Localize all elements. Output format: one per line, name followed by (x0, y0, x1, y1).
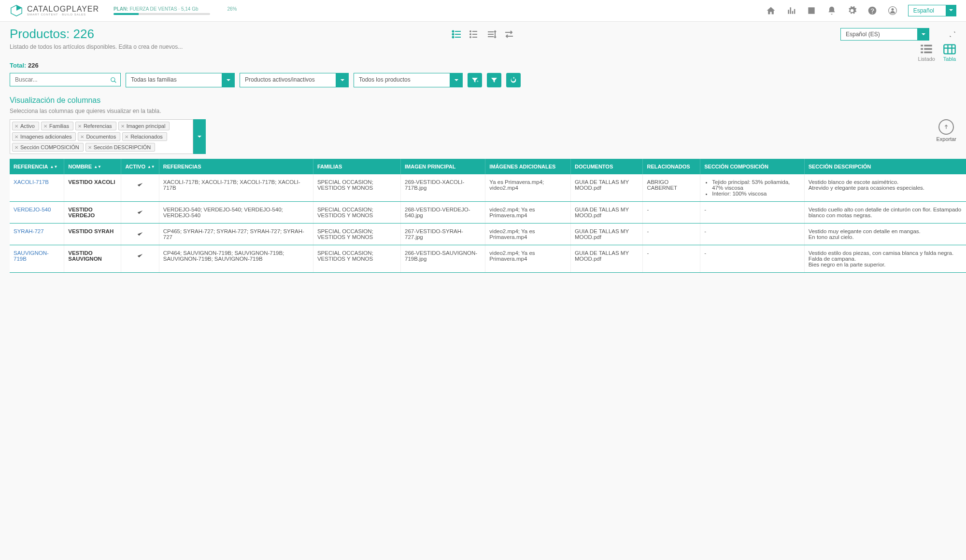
view-toggle-list-label: Listado (918, 56, 935, 62)
language-select-top[interactable]: Español (908, 5, 956, 16)
table-header-cell[interactable]: REFERENCIAS (159, 159, 313, 174)
gear-icon[interactable] (847, 6, 857, 15)
list-large-icon[interactable] (451, 28, 463, 40)
view-toggle-table[interactable]: Tabla (943, 43, 956, 62)
list-small-icon[interactable] (469, 28, 480, 40)
filter-add-button[interactable]: + (468, 73, 482, 87)
search-input[interactable] (10, 73, 121, 86)
table-header-cell[interactable]: REFERENCIA▲▼ (10, 159, 64, 174)
reference-link[interactable]: SYRAH-727 (14, 228, 44, 234)
table-header-cell[interactable]: SECCIÓN DESCRIPCIÓN (804, 159, 966, 174)
image-icon[interactable] (807, 6, 816, 15)
language-dropdown-btn[interactable] (946, 5, 956, 16)
table-header-cell[interactable]: FAMILIAS (313, 159, 400, 174)
check-icon (136, 252, 144, 260)
language-select-page[interactable]: Español (ES) (840, 28, 929, 41)
table-header-cell[interactable]: IMÁGENES ADICIONALES (485, 159, 571, 174)
svg-point-15 (470, 34, 471, 35)
view-toggle-list[interactable]: Listado (918, 43, 935, 62)
table-row: VERDEJO-540VESTIDO VERDEJOVERDEJO-540; V… (10, 202, 966, 224)
table-cell-active (121, 245, 159, 273)
families-dropdown-label: Todas las familias (126, 73, 222, 87)
home-icon[interactable] (766, 6, 776, 15)
collapse-icon[interactable] (949, 30, 956, 38)
tag-remove-icon[interactable]: ✕ (125, 134, 128, 140)
logo[interactable]: CATALOGPLAYER SMART CONTENT · BUILD SALE… (10, 4, 99, 17)
reference-link[interactable]: SAUVIGNON-719B (14, 250, 49, 262)
tag-remove-icon[interactable]: ✕ (14, 145, 18, 150)
table-header-cell[interactable]: RELACIONADOS (643, 159, 700, 174)
filter-button[interactable] (487, 73, 501, 87)
products-table-wrap: REFERENCIA▲▼NOMBRE▲▼ACTIVO▲▼REFERENCIASF… (10, 159, 966, 273)
table-cell: CP464; SAUVIGNON-719B; SAUVIGNON-719B; S… (159, 245, 313, 273)
page-title-prefix: Productos: (10, 27, 70, 41)
products-dropdown[interactable]: Todos los productos (354, 73, 463, 87)
table-header-cell[interactable]: SECCIÓN COMPOSICIÓN (700, 159, 804, 174)
search-icon (110, 77, 117, 84)
table-header-cell[interactable]: ACTIVO▲▼ (121, 159, 159, 174)
user-icon[interactable] (888, 6, 897, 15)
view-mode-icons (451, 28, 515, 40)
help-icon[interactable] (867, 6, 877, 15)
tag-label: Activo (20, 123, 35, 129)
svg-marker-1 (16, 5, 22, 11)
table-row: SYRAH-727VESTIDO SYRAHCP465; SYRAH-727; … (10, 224, 966, 245)
table-row: SAUVIGNON-719BVESTIDO SAUVIGNONCP464; SA… (10, 245, 966, 273)
column-tag[interactable]: ✕Activo (12, 122, 39, 130)
tag-remove-icon[interactable]: ✕ (121, 124, 125, 129)
plan-widget: PLAN: FUERZA DE VENTAS · 5,14 Gb 26% (114, 6, 237, 15)
bell-icon[interactable] (827, 6, 837, 15)
tag-label: Documentos (86, 134, 116, 140)
tag-remove-icon[interactable]: ✕ (80, 134, 84, 140)
reference-link[interactable]: XACOLI-717B (14, 179, 49, 185)
families-dropdown-btn[interactable] (222, 73, 235, 87)
refresh-button[interactable] (506, 73, 521, 87)
columns-tags-box[interactable]: ✕Activo✕Familias✕Referencias✕Imagen prin… (10, 119, 193, 154)
families-dropdown[interactable]: Todas las familias (126, 73, 235, 87)
swap-icon[interactable] (503, 28, 515, 40)
tag-label: Imagen principal (127, 123, 166, 129)
columns-tags-dropdown-btn[interactable] (193, 119, 206, 154)
tag-remove-icon[interactable]: ✕ (14, 134, 18, 140)
table-cell: 269-VESTIDO-XACOLI-717B.jpg (401, 174, 485, 202)
products-table: REFERENCIA▲▼NOMBRE▲▼ACTIVO▲▼REFERENCIASF… (10, 159, 966, 273)
svg-rect-26 (921, 52, 923, 54)
tag-remove-icon[interactable]: ✕ (14, 124, 18, 129)
svg-rect-25 (924, 48, 932, 50)
reference-link[interactable]: VERDEJO-540 (14, 207, 51, 212)
column-tag[interactable]: ✕Imagen principal (118, 122, 170, 130)
columns-section-subtitle: Selecciona las columnas que quieres visu… (0, 108, 966, 119)
svg-point-11 (453, 33, 454, 35)
table-cell: Vestido cuello alto con detalle de cintu… (804, 202, 966, 224)
tag-remove-icon[interactable]: ✕ (88, 145, 92, 150)
list-view-icon (920, 43, 933, 55)
table-cell: Tejido principal: 53% poliamida, 47% vis… (700, 174, 804, 202)
svg-point-12 (453, 36, 454, 38)
language-page-dropdown-btn[interactable] (918, 28, 929, 41)
column-tag[interactable]: ✕Familias (41, 122, 73, 130)
active-dropdown[interactable]: Productos activos/inactivos (240, 73, 349, 87)
column-tag[interactable]: ✕Sección COMPOSICIÓN (12, 143, 84, 152)
stats-icon[interactable] (786, 6, 796, 15)
column-tag[interactable]: ✕Relacionados (122, 132, 167, 141)
table-cell: 267-VESTIDO-SYRAH-727.jpg (401, 224, 485, 245)
language-page-label: Español (ES) (840, 28, 918, 41)
products-dropdown-btn[interactable] (450, 73, 463, 87)
table-cell: - (700, 202, 804, 224)
reorder-icon[interactable] (486, 28, 497, 40)
table-cell: 266-VESTIDO-SAUVIGNON-719B.jpg (401, 245, 485, 273)
column-tag[interactable]: ✕Documentos (78, 132, 120, 141)
column-tag[interactable]: ✕Referencias (75, 122, 116, 130)
export-button[interactable]: Exportar (936, 119, 956, 142)
table-header-cell[interactable]: NOMBRE▲▼ (64, 159, 121, 174)
column-tag[interactable]: ✕Sección DESCRIPCIÓN (85, 143, 156, 152)
svg-rect-28 (944, 45, 955, 54)
tag-remove-icon[interactable]: ✕ (43, 124, 47, 129)
active-dropdown-btn[interactable] (336, 73, 349, 87)
table-header-cell[interactable]: DOCUMENTOS (571, 159, 643, 174)
column-tag[interactable]: ✕Imagenes adicionales (12, 132, 76, 141)
search-input-wrap[interactable] (10, 73, 121, 87)
check-icon (136, 209, 144, 216)
tag-remove-icon[interactable]: ✕ (78, 124, 82, 129)
table-header-cell[interactable]: IMAGEN PRINCIPAL (401, 159, 485, 174)
